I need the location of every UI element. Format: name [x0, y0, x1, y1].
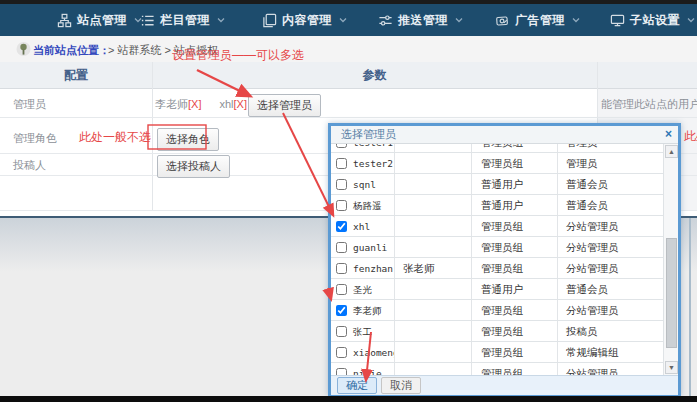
remove-tag-link[interactable]: [X] — [188, 98, 201, 110]
nav-item-label: 推送管理 — [398, 12, 448, 29]
dialog-footer: 确定 取消 — [331, 375, 678, 395]
label-admin: 管理员 — [13, 97, 46, 112]
selected-admin-tag: xhl[X] — [219, 98, 247, 110]
user-group: 普通用户 — [472, 279, 558, 299]
monitor-icon — [610, 13, 625, 28]
admin-description: 能管理此站点的用户,所选之 — [601, 97, 697, 112]
ok-button[interactable]: 确定 — [337, 377, 377, 394]
user-role: 常规编辑组 — [558, 342, 663, 362]
user-checkbox[interactable] — [336, 326, 347, 337]
breadcrumb: 当前站点位置： > 站群系统 > 站点授权 — [0, 36, 697, 62]
nav-item-2[interactable]: 栏目管理 — [140, 4, 225, 36]
nav-item-1[interactable]: 站点管理 — [57, 4, 142, 36]
user-group: 管理员组 — [472, 237, 558, 257]
nav-item-5[interactable]: 广告管理 — [495, 4, 580, 36]
choose-role-button[interactable]: 选择角色 — [157, 128, 219, 151]
sitemap-icon — [57, 13, 72, 28]
page-edge-line — [689, 218, 691, 396]
user-role: 分站管理员 — [558, 216, 663, 236]
user-group: 普通用户 — [472, 174, 558, 194]
user-username: fenzhan — [353, 258, 393, 278]
user-realname — [395, 321, 472, 341]
user-username: guanli — [353, 237, 387, 257]
documents-icon — [262, 13, 277, 28]
user-role: 分站管理员 — [558, 258, 663, 278]
user-role: 普通会员 — [558, 174, 663, 194]
choose-admin-button[interactable]: 选择管理员 — [248, 94, 321, 117]
user-row: nitie 管理员组 分站管理员 — [331, 363, 663, 375]
user-username: sqnl — [353, 174, 376, 194]
column-divider — [152, 62, 153, 210]
dialog-title: 选择管理员 — [341, 126, 396, 143]
dialog-body: tester1 管理员组 管理员 tester2 管理员组 管理员 sqnl 普… — [331, 144, 678, 375]
dialog-titlebar: 选择管理员 × — [331, 126, 678, 144]
row-divider — [0, 117, 697, 118]
user-username: 李老师 — [353, 300, 382, 320]
user-role: 管理员 — [558, 153, 663, 173]
user-row: tester1 管理员组 管理员 — [331, 144, 663, 153]
nav-item-label: 内容管理 — [282, 12, 332, 29]
user-checkbox[interactable] — [336, 263, 347, 274]
selected-admin-tag: 李老师[X] — [155, 98, 201, 110]
window-bottom-strip — [0, 396, 697, 402]
scroll-up-icon[interactable]: ▲ — [665, 145, 678, 158]
list-icon — [140, 13, 155, 28]
user-realname — [395, 195, 472, 215]
choose-contributor-button[interactable]: 选择投稿人 — [157, 155, 230, 178]
scrollbar[interactable]: ▲ ▼ — [663, 144, 678, 375]
user-username: 杨路遥 — [353, 195, 382, 215]
scroll-down-icon[interactable]: ▼ — [665, 361, 678, 374]
user-row: 李老师 管理员组 分站管理员 — [331, 300, 663, 321]
user-username: xiaomeng — [353, 342, 395, 362]
nav-item-label: 广告管理 — [515, 12, 565, 29]
user-checkbox[interactable] — [336, 200, 347, 211]
user-realname — [395, 279, 472, 299]
user-realname — [395, 174, 472, 194]
user-row: 张工 管理员组 投稿员 — [331, 321, 663, 342]
user-realname — [395, 237, 472, 257]
chevron-down-icon — [217, 17, 225, 23]
user-checkbox[interactable] — [336, 144, 347, 148]
nav-item-label: 子站设置 — [630, 12, 680, 29]
user-username: 圣光 — [353, 279, 372, 299]
user-realname: 张老师 — [395, 258, 472, 278]
user-username: xhl — [353, 216, 370, 236]
user-realname — [395, 342, 472, 362]
nav-item-label: 栏目管理 — [160, 12, 210, 29]
user-checkbox[interactable] — [336, 347, 347, 358]
user-role: 投稿员 — [558, 321, 663, 341]
chevron-down-icon — [687, 17, 695, 23]
nav-item-6[interactable]: 子站设置 — [610, 4, 695, 36]
ad-icon — [495, 13, 510, 28]
user-role: 分站管理员 — [558, 237, 663, 257]
remove-tag-link[interactable]: [X] — [234, 98, 247, 110]
close-icon[interactable]: × — [665, 126, 672, 143]
user-role: 普通会员 — [558, 195, 663, 215]
user-checkbox[interactable] — [336, 242, 347, 253]
user-username: tester1 — [353, 144, 393, 152]
user-checkbox[interactable] — [336, 368, 347, 376]
select-admin-dialog: 选择管理员 × tester1 管理员组 管理员 tester2 管理员组 管理… — [328, 123, 681, 396]
label-contributor: 投稿人 — [13, 158, 46, 173]
user-checkbox[interactable] — [336, 284, 347, 295]
tag-name: 李老师 — [155, 98, 188, 110]
annotation-role-skip: 此处一般不选 — [79, 129, 151, 146]
cancel-button[interactable]: 取消 — [381, 377, 421, 394]
user-checkbox[interactable] — [336, 221, 347, 232]
label-role: 管理角色 — [13, 131, 57, 146]
user-role: 分站管理员 — [558, 363, 663, 375]
user-checkbox[interactable] — [336, 179, 347, 190]
user-checkbox[interactable] — [336, 305, 347, 316]
chevron-down-icon — [455, 17, 463, 23]
user-group: 管理员组 — [472, 300, 558, 320]
user-row: tester2 管理员组 管理员 — [331, 153, 663, 174]
nav-item-3[interactable]: 内容管理 — [262, 4, 347, 36]
user-role: 普通会员 — [558, 279, 663, 299]
scrollbar-thumb[interactable] — [666, 238, 677, 348]
user-checkbox[interactable] — [336, 158, 347, 169]
user-group: 管理员组 — [472, 342, 558, 362]
nav-item-4[interactable]: 推送管理 — [378, 4, 463, 36]
main-nav: 站点管理 栏目管理 内容管理 推送管理 广告管理 子站设置 — [0, 4, 697, 36]
user-username: nitie — [353, 363, 382, 375]
user-group: 管理员组 — [472, 153, 558, 173]
